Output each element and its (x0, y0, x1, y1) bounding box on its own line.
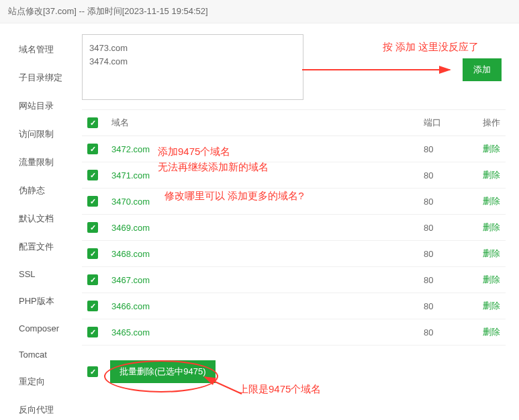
row-checkbox[interactable] (87, 274, 98, 285)
sidebar-item[interactable]: 伪静态 (0, 176, 74, 205)
delete-link[interactable]: 删除 (483, 222, 500, 232)
port-cell: 80 (418, 267, 465, 293)
port-cell: 80 (418, 162, 465, 189)
sidebar-item[interactable]: Tomcat (0, 342, 74, 368)
port-cell: 80 (418, 293, 465, 319)
row-checkbox[interactable] (87, 301, 98, 311)
table-row: 3471.com80删除 (82, 162, 506, 189)
table-row: 3468.com80删除 (82, 241, 506, 267)
port-cell: 80 (418, 215, 465, 241)
delete-link[interactable]: 删除 (483, 248, 500, 258)
port-cell: 80 (418, 319, 465, 346)
domain-link[interactable]: 3465.com (111, 327, 150, 337)
domain-link[interactable]: 3466.com (111, 301, 150, 311)
col-port: 端口 (418, 110, 465, 136)
domain-link[interactable]: 3470.com (111, 197, 150, 207)
sidebar-item[interactable]: 域名管理 (0, 36, 74, 64)
domain-textarea[interactable] (82, 34, 303, 100)
main-panel: 添加 域名 端口 操作 3472.com80删除3471.com80删除3470… (74, 23, 519, 420)
sidebar-item[interactable]: 反向代理 (0, 396, 74, 420)
domain-link[interactable]: 3467.com (111, 275, 150, 285)
table-row: 3469.com80删除 (82, 215, 506, 241)
domain-link[interactable]: 3469.com (111, 223, 150, 233)
domain-link[interactable]: 3472.com (111, 144, 150, 154)
delete-link[interactable]: 删除 (483, 170, 500, 180)
sidebar-item[interactable]: 网站目录 (0, 92, 74, 120)
row-checkbox[interactable] (87, 170, 98, 180)
sidebar-item[interactable]: 流量限制 (0, 148, 74, 176)
window-title: 站点修改[37.com] -- 添加时间[2023-11-15 19:54:52… (0, 0, 519, 23)
delete-link[interactable]: 删除 (483, 301, 500, 311)
sidebar-item[interactable]: 配置文件 (0, 233, 74, 261)
table-row: 3464.com80删除 (82, 346, 506, 352)
sidebar-item[interactable]: 访问限制 (0, 120, 74, 148)
sidebar: 域名管理子目录绑定网站目录访问限制流量限制伪静态默认文档配置文件SSLPHP版本… (0, 23, 74, 420)
table-row: 3467.com80删除 (82, 267, 506, 293)
sidebar-item[interactable]: PHP版本 (0, 287, 74, 315)
domain-link[interactable]: 3468.com (111, 249, 150, 259)
port-cell: 80 (418, 189, 465, 215)
row-checkbox[interactable] (87, 196, 98, 207)
batch-delete-button[interactable]: 批量删除(已选中9475) (110, 360, 216, 383)
row-checkbox[interactable] (87, 144, 98, 154)
port-cell: 80 (418, 346, 465, 352)
batch-checkbox[interactable] (87, 366, 98, 377)
col-action: 操作 (465, 110, 506, 136)
delete-link[interactable]: 删除 (483, 196, 500, 206)
select-all-checkbox[interactable] (87, 117, 98, 128)
col-domain: 域名 (106, 110, 418, 136)
delete-link[interactable]: 删除 (483, 327, 500, 337)
delete-link[interactable]: 删除 (483, 144, 500, 154)
row-checkbox[interactable] (87, 222, 98, 233)
sidebar-item[interactable]: 重定向 (0, 368, 74, 396)
sidebar-item[interactable]: 子目录绑定 (0, 64, 74, 92)
table-row: 3466.com80删除 (82, 293, 506, 319)
table-row: 3472.com80删除 (82, 136, 506, 162)
sidebar-item[interactable]: Composer (0, 315, 74, 342)
add-button[interactable]: 添加 (463, 58, 502, 81)
delete-link[interactable]: 删除 (483, 274, 500, 284)
sidebar-item[interactable]: SSL (0, 261, 74, 287)
port-cell: 80 (418, 136, 465, 162)
port-cell: 80 (418, 241, 465, 267)
row-checkbox[interactable] (87, 327, 98, 337)
row-checkbox[interactable] (87, 248, 98, 259)
table-row: 3470.com80删除 (82, 189, 506, 215)
table-row: 3465.com80删除 (82, 319, 506, 346)
sidebar-item[interactable]: 默认文档 (0, 205, 74, 233)
domain-link[interactable]: 3471.com (111, 170, 150, 180)
